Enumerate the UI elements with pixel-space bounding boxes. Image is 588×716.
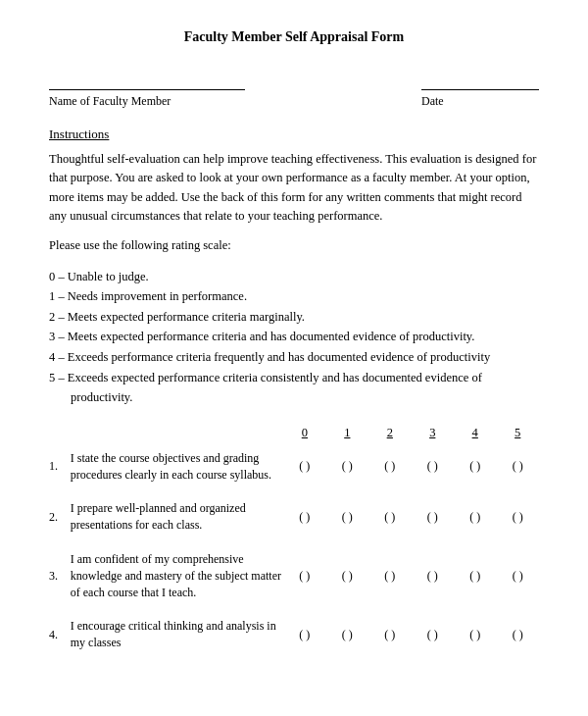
question-number: 4. (49, 612, 71, 657)
question-text: I state the course objectives and gradin… (71, 444, 283, 489)
rating-header-1: 1 (326, 426, 368, 444)
page-title: Faculty Member Self Appraisal Form (49, 29, 539, 45)
radio-option[interactable]: ( ) (454, 444, 496, 489)
radio-option[interactable]: ( ) (368, 444, 411, 489)
radio-option[interactable]: ( ) (283, 444, 325, 489)
radio-option[interactable]: ( ) (412, 494, 454, 539)
scale-item-3: 3 – Meets expected performance criteria … (49, 327, 539, 347)
table-row: 2.I prepare well-planned and organized p… (49, 494, 539, 539)
rating-header-row: 0 1 2 3 4 5 (49, 426, 539, 444)
date-label: Date (421, 94, 539, 109)
appraisal-table: 0 1 2 3 4 5 1.I state the course objecti… (49, 426, 539, 663)
rating-header-2: 2 (368, 426, 411, 444)
rating-header-0: 0 (283, 426, 325, 444)
table-row: 1.I state the course objectives and grad… (49, 444, 539, 489)
question-text: I encourage critical thinking and analys… (71, 612, 283, 657)
scale-item-5-cont: productivity. (49, 387, 539, 408)
scale-item-0: 0 – Unable to judge. (49, 267, 539, 287)
radio-option[interactable]: ( ) (368, 494, 411, 539)
rating-header-4: 4 (454, 426, 496, 444)
table-row: 3.I am confident of my comprehensive kno… (49, 545, 539, 606)
rating-scale-list: 0 – Unable to judge. 1 – Needs improveme… (49, 267, 539, 408)
instructions-title: Instructions (49, 127, 539, 142)
instructions-paragraph: Thoughtful self-evaluation can help impr… (49, 150, 539, 227)
radio-option[interactable]: ( ) (326, 444, 368, 489)
question-text: I prepare well-planned and organized pre… (71, 494, 283, 539)
scale-item-4: 4 – Exceeds performance criteria frequen… (49, 347, 539, 368)
radio-option[interactable]: ( ) (368, 545, 411, 606)
question-text: I am confident of my comprehensive knowl… (71, 545, 283, 606)
table-row: 4.I encourage critical thinking and anal… (49, 612, 539, 657)
scale-item-2: 2 – Meets expected performance criteria … (49, 307, 539, 328)
radio-option[interactable]: ( ) (412, 444, 454, 489)
radio-option[interactable]: ( ) (326, 545, 368, 606)
question-number: 3. (49, 545, 71, 606)
radio-option[interactable]: ( ) (496, 444, 539, 489)
radio-option[interactable]: ( ) (283, 545, 325, 606)
radio-option[interactable]: ( ) (496, 612, 539, 657)
radio-option[interactable]: ( ) (326, 494, 368, 539)
name-field: Name of Faculty Member (49, 75, 245, 109)
radio-option[interactable]: ( ) (326, 612, 368, 657)
scale-intro: Please use the following rating scale: (49, 238, 539, 253)
radio-option[interactable]: ( ) (412, 545, 454, 606)
radio-option[interactable]: ( ) (496, 545, 539, 606)
radio-option[interactable]: ( ) (283, 494, 325, 539)
radio-option[interactable]: ( ) (283, 612, 325, 657)
name-label: Name of Faculty Member (49, 94, 245, 109)
question-number: 2. (49, 494, 71, 539)
scale-item-1: 1 – Needs improvement in performance. (49, 286, 539, 307)
radio-option[interactable]: ( ) (412, 612, 454, 657)
radio-option[interactable]: ( ) (496, 494, 539, 539)
radio-option[interactable]: ( ) (454, 545, 496, 606)
rating-header-5: 5 (496, 426, 539, 444)
radio-option[interactable]: ( ) (454, 494, 496, 539)
scale-item-5: 5 – Exceeds expected performance criteri… (49, 368, 539, 388)
radio-option[interactable]: ( ) (454, 612, 496, 657)
question-number: 1. (49, 444, 71, 489)
rating-header-3: 3 (412, 426, 454, 444)
radio-option[interactable]: ( ) (368, 612, 411, 657)
date-field: Date (421, 75, 539, 109)
